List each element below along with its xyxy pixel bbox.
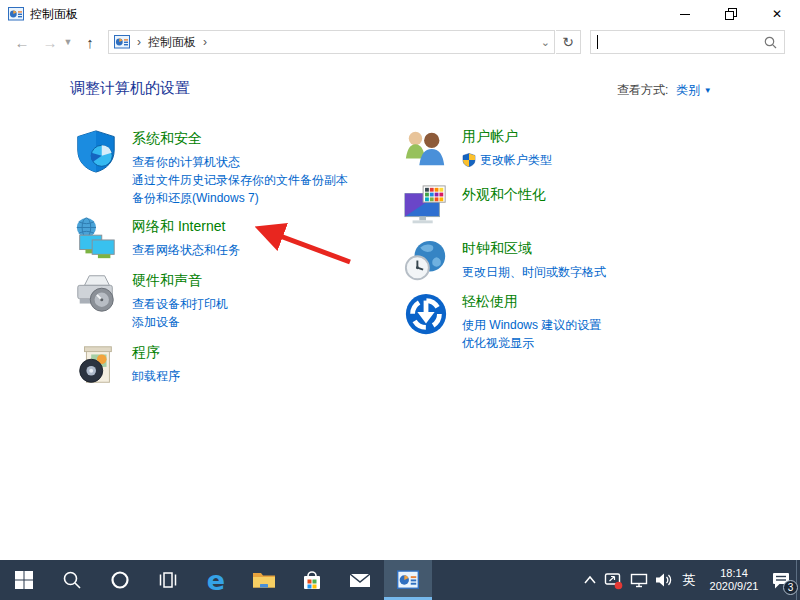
up-button[interactable]: ↑: [78, 28, 102, 56]
category-hardware-sound: 硬件和声音 查看设备和打印机 添加设备: [73, 270, 228, 331]
action-center-button[interactable]: 3: [766, 560, 796, 600]
refresh-button[interactable]: ↻: [556, 30, 581, 54]
edge-button[interactable]: e: [192, 560, 240, 600]
address-bar[interactable]: › 控制面板 › ⌄: [108, 30, 555, 54]
taskbar-search-button[interactable]: [48, 560, 96, 600]
network-icon: [630, 572, 648, 588]
clock-globe-icon[interactable]: [403, 238, 449, 284]
close-button[interactable]: ✕: [754, 0, 800, 28]
tray-volume-button[interactable]: [651, 560, 676, 600]
task-link-security-status[interactable]: 查看你的计算机状态: [132, 153, 348, 171]
task-view-button[interactable]: [144, 560, 192, 600]
category-network-internet: 网络和 Internet 查看网络状态和任务: [73, 216, 240, 262]
task-link-backup-restore[interactable]: 备份和还原(Windows 7): [132, 189, 348, 207]
category-programs: 程序 卸载程序: [73, 342, 180, 388]
category-title-network-internet[interactable]: 网络和 Internet: [132, 218, 225, 236]
control-panel-icon: [397, 569, 419, 591]
tray-time: 18:14: [720, 567, 748, 579]
task-link-devices-printers[interactable]: 查看设备和打印机: [132, 295, 228, 313]
control-panel-icon: [8, 6, 24, 22]
category-title-appearance-personalization[interactable]: 外观和个性化: [462, 186, 546, 204]
mail-button[interactable]: [336, 560, 384, 600]
red-annotation-arrow: [250, 220, 360, 270]
search-box[interactable]: [590, 30, 785, 54]
security-shield-icon[interactable]: [73, 128, 119, 174]
control-panel-taskbar-button[interactable]: [384, 560, 432, 600]
breadcrumb-chevron-icon[interactable]: ›: [203, 35, 207, 49]
control-panel-icon: [114, 34, 130, 50]
view-by-control: 查看方式:类别 ▼: [617, 82, 712, 99]
task-link-change-date-time[interactable]: 更改日期、时间或数字格式: [462, 263, 606, 281]
store-icon: [301, 569, 323, 591]
tray-expand-button[interactable]: [579, 560, 601, 600]
printer-sound-icon[interactable]: [73, 270, 119, 316]
forward-button[interactable]: →: [38, 28, 62, 56]
ime-indicator[interactable]: 英: [676, 560, 702, 600]
category-appearance-personalization: 外观和个性化: [403, 184, 546, 230]
back-button[interactable]: ←: [10, 28, 34, 56]
screenshare-icon: [604, 571, 623, 590]
mail-envelope-icon: [348, 570, 372, 590]
title-bar: 控制面板 ✕: [0, 0, 800, 28]
task-view-icon: [158, 570, 178, 590]
personalization-icon[interactable]: [403, 184, 449, 230]
window-title: 控制面板: [30, 6, 78, 23]
category-user-accounts: 用户帐户 更改帐户类型: [403, 126, 552, 172]
ease-of-access-icon[interactable]: [403, 291, 449, 337]
restore-icon: [725, 8, 737, 20]
category-clock-region: 时钟和区域 更改日期、时间或数字格式: [403, 238, 606, 284]
system-tray: 英 18:14 2020/9/21 3: [579, 560, 800, 600]
store-button[interactable]: [288, 560, 336, 600]
task-link-change-account-type[interactable]: 更改帐户类型: [462, 151, 552, 169]
page-title: 调整计算机的设置: [70, 79, 190, 98]
navigation-bar: ← → ▼ ↑ › 控制面板 › ⌄ ↻: [0, 28, 800, 56]
search-icon: [62, 570, 82, 590]
start-button[interactable]: [0, 560, 48, 600]
cortana-ring-icon: [110, 570, 130, 590]
chevron-up-icon: [583, 575, 597, 585]
file-explorer-button[interactable]: [240, 560, 288, 600]
task-link-optimize-visual[interactable]: 优化视觉显示: [462, 334, 601, 352]
tray-clock[interactable]: 18:14 2020/9/21: [702, 560, 766, 600]
folder-icon: [252, 570, 276, 590]
address-dropdown-chevron-icon[interactable]: ⌄: [541, 31, 550, 53]
edge-icon: e: [207, 567, 225, 594]
cortana-button[interactable]: [96, 560, 144, 600]
search-icon[interactable]: [764, 36, 777, 49]
task-link-network-status[interactable]: 查看网络状态和任务: [132, 241, 240, 259]
task-link-suggested-settings[interactable]: 使用 Windows 建议的设置: [462, 316, 601, 334]
category-title-system-security[interactable]: 系统和安全: [132, 130, 202, 148]
speaker-icon: [655, 572, 673, 588]
network-globe-icon[interactable]: [73, 216, 119, 262]
category-title-ease-of-access[interactable]: 轻松使用: [462, 293, 518, 311]
windows-logo-icon: [14, 570, 34, 590]
tray-network-button[interactable]: [626, 560, 651, 600]
users-icon[interactable]: [403, 126, 449, 172]
uac-shield-icon: [462, 153, 476, 167]
breadcrumb-chevron-icon[interactable]: ›: [137, 35, 141, 49]
view-by-value[interactable]: 类别: [676, 83, 700, 97]
tray-date: 2020/9/21: [710, 580, 759, 592]
view-by-label: 查看方式:: [617, 83, 668, 97]
program-box-icon[interactable]: [73, 342, 119, 388]
search-input[interactable]: [598, 32, 764, 52]
task-link-add-device[interactable]: 添加设备: [132, 313, 228, 331]
category-title-user-accounts[interactable]: 用户帐户: [462, 128, 518, 146]
view-by-chevron-icon[interactable]: ▼: [704, 86, 712, 95]
tray-screenshare-button[interactable]: [601, 560, 626, 600]
task-link-uninstall-program[interactable]: 卸载程序: [132, 367, 180, 385]
category-title-hardware-sound[interactable]: 硬件和声音: [132, 272, 202, 290]
notification-count-badge: 3: [783, 580, 798, 595]
category-title-programs[interactable]: 程序: [132, 344, 160, 362]
breadcrumb[interactable]: 控制面板: [148, 34, 196, 51]
category-title-clock-region[interactable]: 时钟和区域: [462, 240, 532, 258]
category-system-security: 系统和安全 查看你的计算机状态 通过文件历史记录保存你的文件备份副本 备份和还原…: [73, 128, 348, 207]
show-desktop-button[interactable]: [796, 560, 800, 600]
recent-pages-chevron-icon[interactable]: ▼: [60, 28, 76, 56]
minimize-button[interactable]: [662, 0, 708, 28]
category-ease-of-access: 轻松使用 使用 Windows 建议的设置 优化视觉显示: [403, 291, 601, 352]
restore-button[interactable]: [708, 0, 754, 28]
task-link-file-history[interactable]: 通过文件历史记录保存你的文件备份副本: [132, 171, 348, 189]
